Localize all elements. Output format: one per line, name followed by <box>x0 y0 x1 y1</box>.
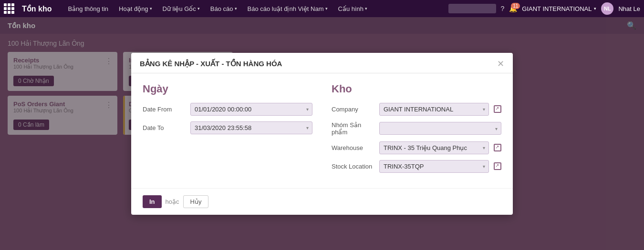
warehouse-select[interactable]: TRINX - 35 Triệu Quang Phục <box>379 141 489 154</box>
topbar-search-input[interactable] <box>448 4 496 13</box>
modal-body: Ngày Date From 01/01/2020 00:00:00 ▾ <box>131 73 513 188</box>
user-name: Nhat Le <box>618 5 640 12</box>
caret-icon: ▾ <box>197 6 200 11</box>
topbar-nav: Bảng thông tin Hoạt động ▾ Dữ liệu Gốc ▾… <box>63 3 372 14</box>
modal-overlay: BẢNG KÊ NHẬP - XUẤT - TỒN HÀNG HÓA ✕ Ngà… <box>0 17 644 250</box>
stock-location-select-wrapper: TRINX-35TQP ▾ <box>379 160 489 173</box>
stock-location-row: Stock Location TRINX-35TQP ▾ <box>332 160 501 173</box>
date-to-row: Date To 31/03/2020 23:55:58 ▾ <box>143 121 312 134</box>
warehouse-section-title: Kho <box>332 83 501 95</box>
warehouse-external-link-icon[interactable] <box>494 144 501 151</box>
notification-badge: 11 <box>511 3 520 9</box>
date-to-label: Date To <box>143 124 186 131</box>
company-name: GIANT INTERNATIONAL <box>522 5 592 12</box>
caret-icon: ▾ <box>365 6 367 11</box>
help-icon[interactable]: ? <box>501 5 505 12</box>
date-from-label: Date From <box>143 106 186 113</box>
modal-title: BẢNG KÊ NHẬP - XUẤT - TỒN HÀNG HÓA <box>140 60 282 68</box>
company-row: Company GIANT INTERNATIONAL ▾ <box>332 103 501 116</box>
nav-item-dashboard[interactable]: Bảng thông tin <box>63 3 113 14</box>
nav-item-data[interactable]: Dữ liệu Gốc ▾ <box>158 3 205 14</box>
print-button[interactable]: In <box>143 195 162 208</box>
caret-icon: ▾ <box>150 6 152 11</box>
caret-icon: ▾ <box>325 6 328 11</box>
warehouse-label: Warehouse <box>332 144 374 151</box>
app-title: Tồn kho <box>22 4 52 13</box>
nav-item-activity[interactable]: Hoạt động ▾ <box>114 3 157 14</box>
cancel-button[interactable]: Hủy <box>183 195 209 208</box>
warehouse-row: Warehouse TRINX - 35 Triệu Quang Phục ▾ <box>332 141 501 154</box>
modal-footer: In hoặc Hủy <box>131 188 513 215</box>
stock-location-select[interactable]: TRINX-35TQP <box>379 160 489 173</box>
company-label: Company <box>332 106 374 113</box>
product-group-row: Nhóm Sản phẩm ▾ <box>332 121 501 136</box>
modal-dialog: BẢNG KÊ NHẬP - XUẤT - TỒN HÀNG HÓA ✕ Ngà… <box>131 53 513 215</box>
topbar: Tồn kho Bảng thông tin Hoạt động ▾ Dữ li… <box>0 0 644 17</box>
notification-icon[interactable]: 🔔 11 <box>509 5 517 12</box>
product-group-label: Nhóm Sản phẩm <box>332 121 374 136</box>
company-selector[interactable]: GIANT INTERNATIONAL ▾ <box>522 5 596 12</box>
nav-item-legal[interactable]: Báo cáo luật định Việt Nam ▾ <box>243 3 332 14</box>
modal-section-warehouse: Kho Company GIANT INTERNATIONAL ▾ <box>332 83 501 179</box>
modal-header: BẢNG KÊ NHẬP - XUẤT - TỒN HÀNG HÓA ✕ <box>131 53 513 73</box>
user-avatar[interactable]: NL <box>601 2 613 15</box>
stock-location-label: Stock Location <box>332 163 374 170</box>
date-from-wrapper: 01/01/2020 00:00:00 ▾ <box>190 103 312 116</box>
company-select-wrapper: GIANT INTERNATIONAL ▾ <box>379 103 489 116</box>
company-select[interactable]: GIANT INTERNATIONAL <box>379 103 489 116</box>
or-text: hoặc <box>166 198 179 205</box>
nav-item-config[interactable]: Cấu hình ▾ <box>333 3 373 14</box>
caret-icon: ▾ <box>235 6 237 11</box>
nav-item-report[interactable]: Báo cáo ▾ <box>206 3 242 14</box>
warehouse-select-wrapper: TRINX - 35 Triệu Quang Phục ▾ <box>379 141 489 154</box>
date-to-select[interactable]: 31/03/2020 23:55:58 <box>190 121 312 134</box>
product-group-select[interactable] <box>379 122 501 135</box>
company-external-link-icon[interactable] <box>494 105 501 113</box>
date-from-row: Date From 01/01/2020 00:00:00 ▾ <box>143 103 312 116</box>
page: Tồn kho 🔍 100 Hải Thượng Lãn Ông ⋮ Recei… <box>0 17 644 250</box>
modal-section-date: Ngày Date From 01/01/2020 00:00:00 ▾ <box>143 83 312 179</box>
stock-location-external-link-icon[interactable] <box>494 162 501 170</box>
product-group-select-wrapper: ▾ <box>379 122 501 135</box>
topbar-right: ? 🔔 11 GIANT INTERNATIONAL ▾ NL Nhat Le <box>448 2 641 15</box>
date-to-wrapper: 31/03/2020 23:55:58 ▾ <box>190 121 312 134</box>
apps-grid-icon[interactable] <box>4 3 14 14</box>
modal-close-button[interactable]: ✕ <box>497 60 504 68</box>
date-section-title: Ngày <box>143 83 312 95</box>
company-caret-icon: ▾ <box>594 6 596 11</box>
date-from-select[interactable]: 01/01/2020 00:00:00 <box>190 103 312 116</box>
